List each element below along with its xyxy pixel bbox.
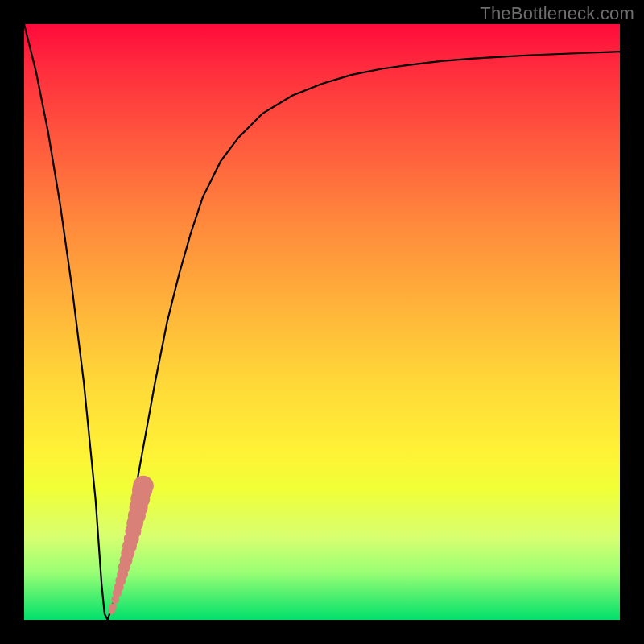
chart-svg <box>24 24 620 620</box>
watermark-text: TheBottleneck.com <box>480 3 634 24</box>
marker-dot <box>109 603 117 610</box>
plot-area <box>24 24 620 620</box>
highlighted-segment <box>109 476 154 614</box>
marker-dot <box>133 476 154 497</box>
chart-frame: TheBottleneck.com <box>0 0 644 644</box>
bottleneck-curve <box>24 24 620 620</box>
